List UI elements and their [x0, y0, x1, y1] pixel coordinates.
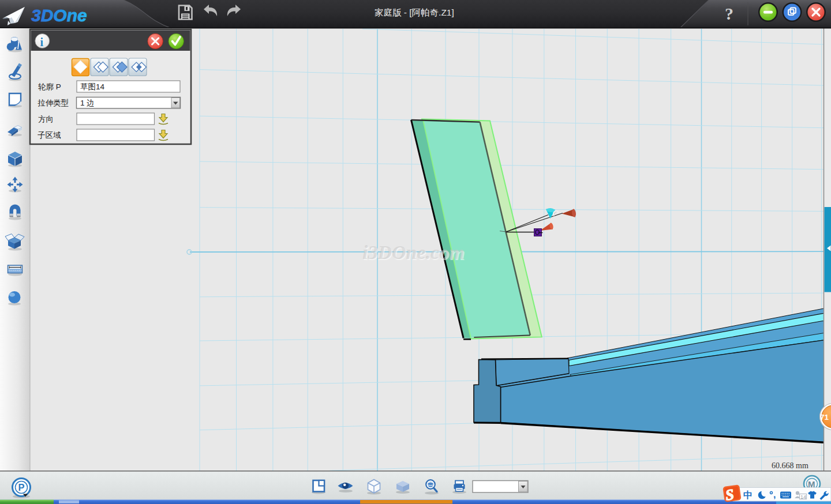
- svg-text:?: ?: [725, 4, 733, 23]
- svg-text:子区域: 子区域: [38, 131, 61, 140]
- svg-text:拉伸类型: 拉伸类型: [38, 99, 69, 107]
- svg-text:草图14: 草图14: [80, 82, 105, 91]
- svg-text:i: i: [40, 36, 44, 48]
- svg-text:中: 中: [743, 490, 753, 500]
- svg-text:家庭版 - [阿帕奇.Z1]: 家庭版 - [阿帕奇.Z1]: [375, 7, 454, 17]
- svg-text:3DOne: 3DOne: [31, 6, 87, 25]
- svg-text:方向: 方向: [38, 115, 54, 123]
- svg-text:1 边: 1 边: [80, 99, 95, 107]
- svg-text:71: 71: [820, 413, 829, 422]
- svg-text:轮廓 P: 轮廓 P: [38, 82, 61, 91]
- svg-text:14: 14: [800, 494, 806, 500]
- svg-text:P: P: [18, 482, 25, 492]
- svg-text:i3DOne.com: i3DOne.com: [362, 242, 465, 263]
- svg-text:,: ,: [773, 490, 776, 499]
- svg-text:60.668 mm: 60.668 mm: [772, 461, 808, 470]
